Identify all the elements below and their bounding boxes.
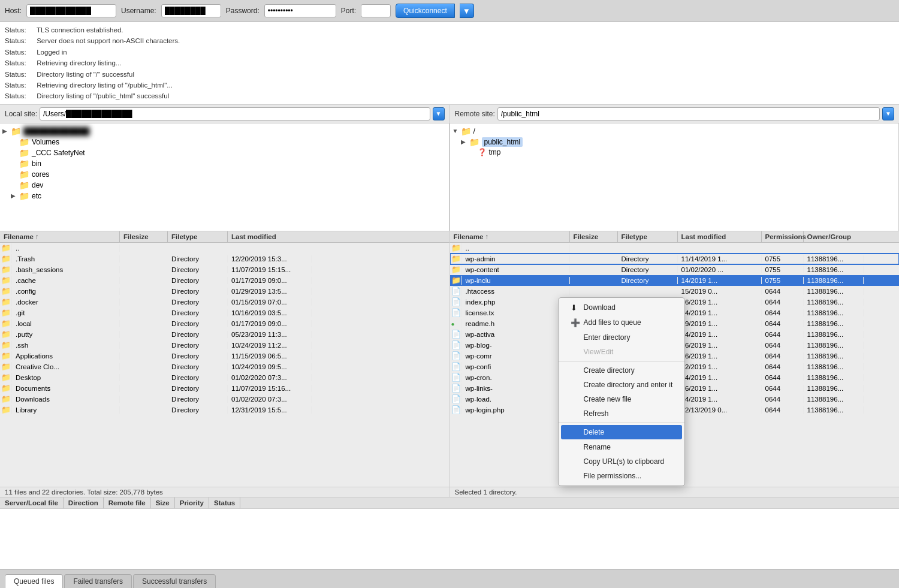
- context-menu-item[interactable]: Create directory: [559, 363, 685, 378]
- local-status-footer: 11 files and 22 directories. Total size:…: [0, 487, 450, 497]
- port-input[interactable]: [361, 4, 391, 17]
- local-col-filesize[interactable]: Filesize: [120, 231, 168, 242]
- remote-site-label: Remote site:: [455, 110, 495, 118]
- context-menu-separator: [559, 361, 685, 361]
- host-input[interactable]: [26, 4, 116, 17]
- context-menu-item[interactable]: Create directory and enter it: [559, 378, 685, 392]
- remote-tree-item[interactable]: ▼📁/: [450, 126, 899, 137]
- context-menu-item[interactable]: Enter directory: [559, 330, 685, 345]
- local-file-row[interactable]: 📁 .putty Directory 05/23/2019 11:3...: [0, 329, 450, 340]
- context-menu-item[interactable]: ⬇Download: [559, 300, 685, 315]
- remote-tree-item[interactable]: ❓tmp: [450, 147, 899, 157]
- transfer-body: [0, 509, 899, 569]
- remote-col-filesize[interactable]: Filesize: [570, 231, 618, 242]
- local-site-input[interactable]: [40, 107, 430, 120]
- context-menu-item[interactable]: View/Edit: [559, 345, 685, 359]
- right-section: ▼📁/▶📁public_html❓tmp Filename ↑ Filesize…: [450, 123, 900, 497]
- context-menu-item[interactable]: Delete: [561, 425, 683, 439]
- remote-col-lastmod[interactable]: Last modified: [678, 231, 762, 242]
- remote-tree-item[interactable]: ▶📁public_html: [450, 137, 899, 147]
- local-file-row[interactable]: 📁 Creative Clo... Directory 10/24/2019 0…: [0, 361, 450, 372]
- context-menu-item[interactable]: File permissions...: [559, 469, 685, 483]
- local-col-filetype[interactable]: Filetype: [168, 231, 228, 242]
- local-tree-item[interactable]: 📁Volumes: [0, 137, 449, 147]
- bottom-tabs: Queued filesFailed transfersSuccessful t…: [0, 569, 899, 588]
- local-file-row[interactable]: 📁 .Trash Directory 12/20/2019 15:3...: [0, 254, 450, 264]
- local-tree-item[interactable]: 📁cores: [0, 169, 449, 180]
- context-menu-item[interactable]: Copy URL(s) to clipboard: [559, 454, 685, 469]
- local-file-row[interactable]: 📁 Applications Directory 11/15/2019 06:5…: [0, 351, 450, 361]
- local-file-row[interactable]: 📁 .ssh Directory 10/24/2019 11:2...: [0, 340, 450, 351]
- remote-site-bar: Remote site: ▼: [450, 105, 900, 123]
- local-file-row[interactable]: 📁 .git Directory 10/16/2019 03:5...: [0, 307, 450, 318]
- local-site-dropdown[interactable]: ▼: [433, 107, 445, 120]
- context-menu: ⬇Download➕Add files to queueEnter direct…: [558, 297, 686, 486]
- remote-col-perms[interactable]: Permissions: [762, 231, 804, 242]
- local-file-row[interactable]: 📁 .cache Directory 01/17/2019 09:0...: [0, 275, 450, 286]
- local-tree-item[interactable]: ▶📁etc: [0, 191, 449, 201]
- status-line: Status: Directory listing of "/" success…: [5, 69, 894, 80]
- local-file-row[interactable]: 📁 Documents Directory 11/07/2019 15:16..…: [0, 383, 450, 394]
- local-files-body: 📁 .. 📁 .Trash Directory 12/20/2019 15:3.…: [0, 243, 450, 487]
- remote-file-row[interactable]: 📄 .htaccess 15/2019 0... 0644 11388196..…: [450, 286, 900, 297]
- local-file-row[interactable]: 📁 .docker Directory 01/15/2019 07:0...: [0, 297, 450, 307]
- local-tree-item[interactable]: 📁dev: [0, 180, 449, 191]
- local-site-label: Local site:: [5, 110, 37, 118]
- local-file-row[interactable]: 📁 Downloads Directory 01/02/2020 07:3...: [0, 394, 450, 405]
- status-line: Status: Retrieving directory listing...: [5, 58, 894, 68]
- transfer-col-remotefile[interactable]: Remote file: [104, 497, 151, 508]
- local-col-lastmod[interactable]: Last modified: [228, 231, 450, 242]
- remote-col-filename[interactable]: Filename ↑: [450, 231, 570, 242]
- transfer-col-priority[interactable]: Priority: [175, 497, 209, 508]
- remote-site-input[interactable]: [497, 107, 880, 120]
- remote-site-dropdown[interactable]: ▼: [882, 107, 894, 120]
- context-menu-item[interactable]: ➕Add files to queue: [559, 315, 685, 330]
- bottom-tab[interactable]: Failed transfers: [64, 574, 132, 588]
- local-file-row[interactable]: 📁 .bash_sessions Directory 11/07/2019 15…: [0, 264, 450, 275]
- bottom-tab[interactable]: Queued files: [5, 574, 63, 588]
- left-section: ▶📁█████████████📁Volumes📁_CCC SafetyNet📁b…: [0, 123, 450, 497]
- host-label: Host:: [5, 7, 22, 15]
- remote-file-row[interactable]: 📁 wp-admin Directory 11/14/2019 1... 075…: [450, 254, 900, 264]
- username-label: Username:: [121, 7, 156, 15]
- local-tree-panel: ▶📁█████████████📁Volumes📁_CCC SafetyNet📁b…: [0, 123, 450, 231]
- remote-file-row[interactable]: 📁 wp-content Directory 01/02/2020 ... 07…: [450, 264, 900, 275]
- remote-file-row[interactable]: 📁 ..: [450, 243, 900, 254]
- local-col-filename[interactable]: Filename ↑: [0, 231, 120, 242]
- status-line: Status: Retrieving directory listing of …: [5, 80, 894, 91]
- transfer-col-direction[interactable]: Direction: [64, 497, 104, 508]
- local-tree-item[interactable]: 📁bin: [0, 158, 449, 169]
- context-menu-item[interactable]: Rename: [559, 440, 685, 454]
- transfer-col-status[interactable]: Status: [209, 497, 240, 508]
- local-file-row[interactable]: 📁 ..: [0, 243, 450, 254]
- local-tree-item[interactable]: ▶📁█████████████: [0, 126, 449, 137]
- local-files-header: Filename ↑ Filesize Filetype Last modifi…: [0, 231, 450, 243]
- remote-col-owner[interactable]: Owner/Group: [804, 231, 900, 242]
- username-input[interactable]: [161, 4, 221, 17]
- transfer-header: Server/Local file Direction Remote file …: [0, 497, 899, 509]
- context-menu-item[interactable]: Create new file: [559, 392, 685, 406]
- local-file-row[interactable]: 📁 Desktop Directory 01/02/2020 07:3...: [0, 372, 450, 383]
- context-menu-separator: [559, 423, 685, 423]
- context-menu-item[interactable]: Refresh: [559, 406, 685, 421]
- password-input[interactable]: [264, 4, 336, 17]
- bottom-tab[interactable]: Successful transfers: [133, 574, 216, 588]
- status-line: Status: TLS connection established.: [5, 25, 894, 35]
- status-line: Status: Directory listing of "/public_ht…: [5, 91, 894, 101]
- remote-file-row[interactable]: 📁 wp-inclu Directory 14/2019 1... 0755 1…: [450, 275, 900, 286]
- transfer-col-size[interactable]: Size: [151, 497, 175, 508]
- top-bar: Host: Username: Password: Port: Quickcon…: [0, 0, 899, 22]
- local-file-row[interactable]: 📁 Library Directory 12/31/2019 15:5...: [0, 405, 450, 415]
- local-file-row[interactable]: 📁 .local Directory 01/17/2019 09:0...: [0, 318, 450, 329]
- password-label: Password:: [226, 7, 260, 15]
- quickconnect-button[interactable]: Quickconnect: [396, 4, 455, 18]
- transfer-col-serverfile[interactable]: Server/Local file: [0, 497, 64, 508]
- quickconnect-dropdown-button[interactable]: ▼: [460, 4, 474, 18]
- local-file-row[interactable]: 📁 .config Directory 01/29/2019 13:5...: [0, 286, 450, 297]
- transfer-area: Server/Local file Direction Remote file …: [0, 497, 899, 569]
- local-tree-item[interactable]: 📁_CCC SafetyNet: [0, 147, 449, 158]
- status-line: Status: Server does not support non-ASCI…: [5, 35, 894, 46]
- remote-col-filetype[interactable]: Filetype: [618, 231, 678, 242]
- port-label: Port:: [341, 7, 356, 15]
- remote-status-footer: Selected 1 directory.: [450, 487, 900, 497]
